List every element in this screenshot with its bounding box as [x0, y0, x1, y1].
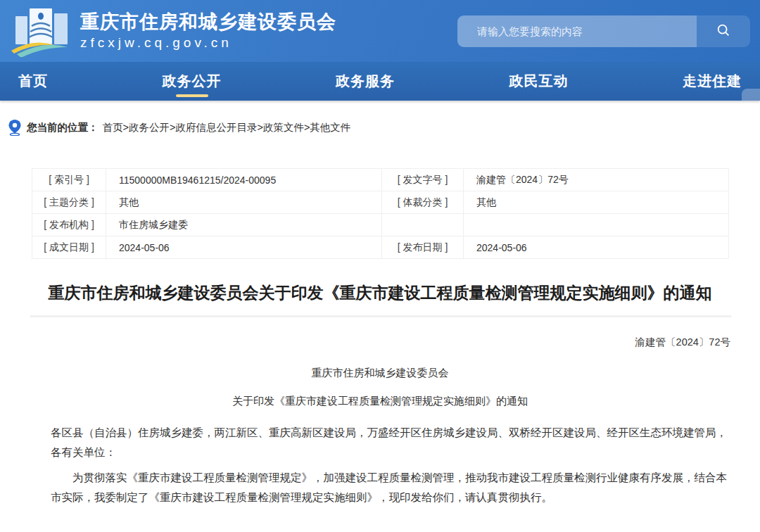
- nav-item-about[interactable]: 走进住建: [681, 62, 743, 101]
- doc-issuing-org: 重庆市住房和城乡建设委员会: [0, 367, 760, 380]
- nav-item-label: 走进住建: [683, 73, 742, 89]
- location-pin-icon: [8, 120, 21, 136]
- meta-label: [382, 214, 464, 236]
- meta-value: 2024-05-06: [106, 236, 382, 259]
- site-title: 重庆市住房和城乡建设委员会: [80, 11, 336, 32]
- document-meta-table: [ 索引号 ] 11500000MB19461215/2024-00095 [ …: [32, 168, 729, 259]
- nav-item-gov-disclosure[interactable]: 政务公开: [161, 62, 223, 101]
- nav-item-label: 政务公开: [163, 73, 222, 89]
- meta-label: [ 体裁分类 ]: [382, 191, 464, 214]
- meta-label: [ 索引号 ]: [32, 169, 106, 191]
- doc-number: 渝建管〔2024〕72号: [0, 336, 730, 349]
- meta-value: 渝建管〔2024〕72号: [464, 169, 729, 191]
- doc-body: 各区县（自治县）住房城乡建委，两江新区、重庆高新区建设局，万盛经开区住房城乡建设…: [51, 423, 732, 507]
- site-url: zfcxjw.cq.gov.cn: [80, 35, 336, 51]
- site-header: 重庆市住房和城乡建设委员会 zfcxjw.cq.gov.cn: [0, 0, 760, 62]
- search-input[interactable]: [457, 15, 697, 47]
- meta-label: [ 发布日期 ]: [382, 236, 464, 259]
- meta-value: 11500000MB19461215/2024-00095: [106, 169, 382, 191]
- site-logo-icon: [10, 5, 73, 57]
- table-row: [ 索引号 ] 11500000MB19461215/2024-00095 [ …: [32, 169, 729, 191]
- floating-widget-peek[interactable]: [742, 89, 760, 101]
- breadcrumb-path[interactable]: 首页>政务公开>政府信息公开目录>政策文件>其他文件: [103, 121, 351, 134]
- doc-subtitle: 关于印发《重庆市建设工程质量检测管理规定实施细则》的通知: [0, 395, 760, 408]
- meta-value: [464, 214, 729, 236]
- nav-item-gov-services[interactable]: 政务服务: [334, 62, 396, 101]
- table-row: [ 主题分类 ] 其他 [ 体裁分类 ] 其他: [32, 191, 729, 214]
- nav-item-label: 政务服务: [336, 73, 395, 89]
- search-icon: [716, 23, 731, 40]
- table-row: [ 发布机构 ] 市住房城乡建委: [32, 214, 729, 236]
- breadcrumb-label: 您当前的位置：: [27, 121, 99, 134]
- nav-item-home[interactable]: 首页: [17, 62, 49, 101]
- search-button[interactable]: [697, 15, 750, 47]
- meta-value: 市住房城乡建委: [106, 214, 382, 236]
- nav-item-label: 首页: [18, 73, 48, 89]
- divider: [30, 315, 731, 317]
- meta-value: 其他: [464, 191, 729, 214]
- meta-label: [ 主题分类 ]: [32, 191, 106, 214]
- search-box: [457, 15, 750, 47]
- doc-paragraph: 各区县（自治县）住房城乡建委，两江新区、重庆高新区建设局，万盛经开区住房城乡建设…: [51, 423, 732, 462]
- main-nav: 首页 政务公开 政务服务 政民互动 走进住建: [0, 62, 760, 101]
- meta-label: [ 发文字号 ]: [382, 169, 464, 191]
- page-title: 重庆市住房和城乡建设委员会关于印发《重庆市建设工程质量检测管理规定实施细则》的通…: [14, 280, 746, 306]
- active-underline: [176, 94, 208, 97]
- meta-value: 2024-05-06: [464, 236, 729, 259]
- site-identity: 重庆市住房和城乡建设委员会 zfcxjw.cq.gov.cn: [80, 11, 336, 51]
- breadcrumb: 您当前的位置： 首页>政务公开>政府信息公开目录>政策文件>其他文件: [8, 120, 760, 136]
- nav-item-label: 政民互动: [509, 73, 569, 89]
- table-row: [ 成文日期 ] 2024-05-06 [ 发布日期 ] 2024-05-06: [32, 236, 729, 259]
- meta-label: [ 发布机构 ]: [32, 214, 106, 236]
- meta-label: [ 成文日期 ]: [32, 236, 106, 259]
- meta-value: 其他: [106, 191, 382, 214]
- doc-paragraph: 为贯彻落实《重庆市建设工程质量检测管理规定》，加强建设工程质量检测管理，推动我市…: [51, 468, 732, 507]
- nav-item-public-interaction[interactable]: 政民互动: [508, 62, 570, 101]
